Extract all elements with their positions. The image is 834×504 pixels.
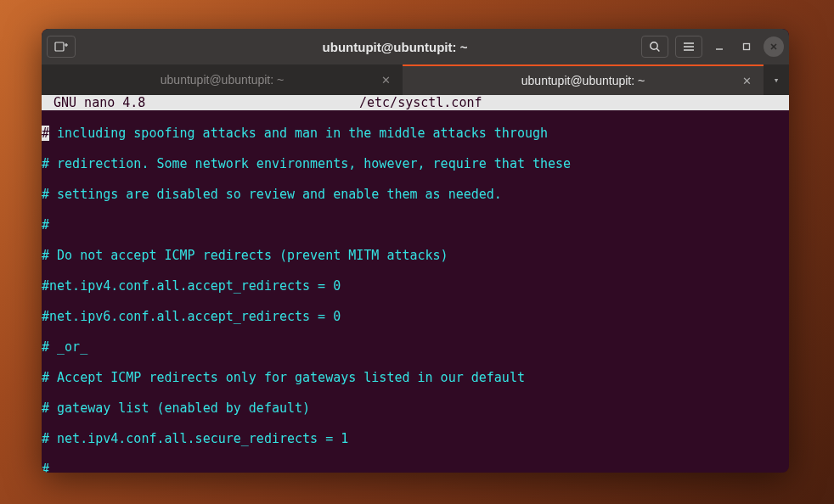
tab-close-icon[interactable]: ✕ <box>742 75 752 87</box>
tab-bar: ubuntupit@ubuntupit: ~ ✕ ubuntupit@ubunt… <box>42 64 789 95</box>
menu-button[interactable] <box>675 36 702 58</box>
tab-label: ubuntupit@ubuntupit: ~ <box>161 73 284 87</box>
content-line: # <box>42 462 789 473</box>
terminal-window: ubuntupit@ubuntupit: ~ <box>42 29 789 473</box>
tab-dropdown-button[interactable]: ▾ <box>764 64 789 95</box>
search-button[interactable] <box>641 36 668 58</box>
content-line: # <box>42 217 789 232</box>
minimize-icon <box>715 42 724 51</box>
content-line: # redirection. Some network environments… <box>42 156 789 171</box>
nano-file-path: /etc/sysctl.conf <box>359 95 777 110</box>
tab-label: ubuntupit@ubuntupit: ~ <box>521 74 645 87</box>
tab-close-icon[interactable]: ✕ <box>381 74 391 87</box>
content-line: #net.ipv6.conf.all.accept_redirects = 0 <box>42 309 789 324</box>
minimize-button[interactable] <box>709 36 730 57</box>
terminal-body[interactable]: GNU nano 4.8 /etc/sysctl.conf # includin… <box>42 95 789 473</box>
nano-app-name: GNU nano 4.8 <box>54 95 359 110</box>
content-line: # settings are disabled so review and en… <box>42 187 789 202</box>
close-icon <box>769 42 778 51</box>
hamburger-icon <box>683 42 695 52</box>
content-line: # Accept ICMP redirects only for gateway… <box>42 370 789 385</box>
content-line: # gateway list (enabled by default) <box>42 400 789 416</box>
search-icon <box>649 41 661 53</box>
maximize-button[interactable] <box>736 36 757 57</box>
close-button[interactable] <box>764 36 784 57</box>
titlebar: ubuntupit@ubuntupit: ~ <box>42 29 789 64</box>
content-line: #net.ipv4.conf.all.accept_redirects = 0 <box>42 278 789 294</box>
content-line: # Do not accept ICMP redirects (prevent … <box>42 248 789 263</box>
window-title: ubuntupit@ubuntupit: ~ <box>149 40 641 54</box>
svg-rect-0 <box>55 42 64 51</box>
svg-rect-9 <box>744 44 750 50</box>
chevron-down-icon: ▾ <box>774 75 780 86</box>
content-line: # _or_ <box>42 339 789 355</box>
tab-inactive[interactable]: ubuntupit@ubuntupit: ~ ✕ <box>42 64 403 95</box>
content-line: including spoofing attacks and man in th… <box>49 126 548 141</box>
editor-content[interactable]: # including spoofing attacks and man in … <box>42 110 789 473</box>
nano-header: GNU nano 4.8 /etc/sysctl.conf <box>42 95 789 110</box>
new-tab-icon <box>54 41 68 53</box>
tab-active[interactable]: ubuntupit@ubuntupit: ~ ✕ <box>403 64 764 95</box>
content-line: # net.ipv4.conf.all.secure_redirects = 1 <box>42 431 789 446</box>
svg-point-3 <box>651 42 657 49</box>
svg-line-4 <box>656 48 659 51</box>
new-tab-button[interactable] <box>47 36 76 58</box>
cursor-highlight: # <box>42 126 49 141</box>
maximize-icon <box>742 42 751 51</box>
